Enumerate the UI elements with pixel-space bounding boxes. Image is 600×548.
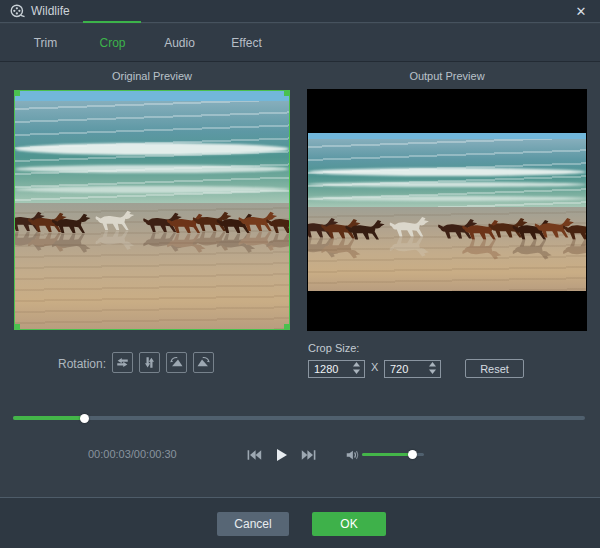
timeline-slider[interactable] [13, 416, 585, 420]
tab-crop[interactable]: Crop [79, 24, 146, 61]
wave-foam [308, 196, 586, 201]
volume-level [362, 453, 413, 456]
crop-size-separator: X [371, 361, 378, 373]
spinner-down-icon[interactable] [352, 368, 361, 375]
title-bar: Wildlife ✕ [0, 0, 600, 23]
crop-height-spinner [428, 361, 437, 375]
tab-trim[interactable]: Trim [12, 24, 79, 61]
rotate-left-icon [169, 355, 184, 370]
active-tab-indicator [83, 21, 141, 23]
crop-size-label: Crop Size: [308, 342, 359, 354]
play-button[interactable] [272, 447, 290, 463]
output-video-frame [308, 133, 586, 291]
output-preview [307, 89, 587, 331]
flip-vertical-button[interactable] [139, 352, 160, 373]
original-preview [14, 90, 290, 330]
tab-audio[interactable]: Audio [146, 24, 213, 61]
volume-thumb[interactable] [408, 450, 417, 459]
wave-foam [308, 168, 586, 176]
skip-back-button[interactable] [245, 447, 263, 463]
rotate-right-button[interactable] [193, 352, 214, 373]
flip-horizontal-button[interactable] [112, 352, 133, 373]
crop-height-field [384, 359, 441, 377]
output-video-strip [308, 133, 586, 291]
crop-width-spinner [352, 361, 361, 375]
rotate-left-button[interactable] [166, 352, 187, 373]
volume-slider[interactable] [362, 453, 424, 456]
time-display: 00:00:03/00:00:30 [88, 448, 177, 460]
timeline-thumb[interactable] [80, 414, 89, 423]
close-icon[interactable]: ✕ [570, 0, 592, 23]
timeline-progress [13, 416, 85, 420]
spinner-down-icon[interactable] [428, 368, 437, 375]
crop-selection-frame[interactable] [14, 90, 290, 330]
volume-icon[interactable] [345, 448, 359, 462]
horses-illustration [308, 204, 586, 283]
window-title: Wildlife [31, 0, 70, 23]
rotate-right-icon [196, 355, 211, 370]
cancel-button[interactable]: Cancel [217, 512, 289, 536]
tab-effect[interactable]: Effect [213, 24, 280, 61]
reset-button[interactable]: Reset [465, 359, 524, 378]
crop-dialog-window: Wildlife ✕ Trim Crop Audio Effect Origin… [0, 0, 600, 548]
spinner-up-icon[interactable] [352, 361, 361, 368]
crop-handle-top-right[interactable] [284, 90, 290, 96]
skip-back-icon [246, 449, 262, 461]
play-icon [275, 448, 288, 462]
flip-vertical-icon [142, 355, 157, 370]
skip-forward-icon [301, 449, 317, 461]
output-preview-label: Output Preview [307, 70, 587, 82]
crop-handle-bottom-right[interactable] [284, 324, 290, 330]
crop-handle-bottom-left[interactable] [14, 324, 20, 330]
flip-horizontal-icon [115, 355, 130, 370]
footer-bar: Cancel OK [0, 497, 600, 548]
tab-list: Trim Crop Audio Effect [12, 24, 280, 61]
tab-bar: Trim Crop Audio Effect [0, 24, 600, 62]
rotation-label: Rotation: [58, 357, 106, 371]
skip-forward-button[interactable] [300, 447, 318, 463]
original-preview-label: Original Preview [14, 70, 290, 82]
film-reel-icon [10, 4, 25, 19]
crop-handle-top-left[interactable] [14, 90, 20, 96]
spinner-up-icon[interactable] [428, 361, 437, 368]
ok-button[interactable]: OK [312, 512, 386, 536]
crop-width-field [308, 359, 365, 377]
